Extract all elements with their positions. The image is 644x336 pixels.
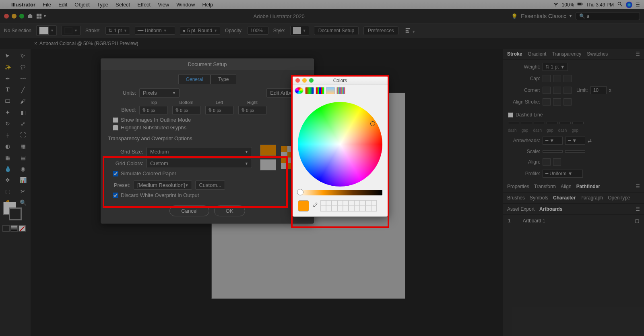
graph-tool[interactable]: 📊 xyxy=(15,174,31,186)
siri-icon[interactable] xyxy=(626,2,632,8)
preset-custom-button[interactable]: Custom... xyxy=(195,180,225,190)
align-center[interactable] xyxy=(543,98,551,106)
menu-object[interactable]: Object xyxy=(74,2,90,8)
tab-paragraph[interactable]: Paragraph xyxy=(580,195,603,201)
cap-round[interactable] xyxy=(553,75,561,82)
fill-stroke-indicator[interactable] xyxy=(3,202,22,220)
minimize-icon[interactable] xyxy=(12,14,17,19)
menu-type[interactable]: Type xyxy=(97,2,108,8)
search-hint-icon[interactable]: 💡 xyxy=(511,13,518,19)
pen-tool[interactable]: ✒ xyxy=(0,73,15,84)
color-mode-gradient[interactable] xyxy=(10,225,18,232)
tab-transform[interactable]: Transform xyxy=(534,184,556,189)
blend-tool[interactable]: ◉ xyxy=(15,163,31,174)
outline-checkbox[interactable] xyxy=(113,117,118,123)
bleed-left-field[interactable]: ⇅ 0 px xyxy=(205,106,233,114)
grid-size-select[interactable]: Medium▼ xyxy=(147,147,252,156)
menubar-app[interactable]: Illustrator xyxy=(11,2,35,8)
dash-2[interactable] xyxy=(534,122,545,124)
stroke-weight-field[interactable]: ⇅ 1 pt ▼ xyxy=(105,27,130,35)
magic-wand-tool[interactable]: ✨ xyxy=(0,62,15,73)
cp-wheel-icon[interactable] xyxy=(295,87,303,94)
selection-tool[interactable] xyxy=(0,50,15,62)
shape-builder-tool[interactable]: ◐ xyxy=(0,141,15,152)
slice-tool[interactable]: ✂ xyxy=(15,186,31,197)
direct-selection-tool[interactable] xyxy=(15,50,31,62)
limit-field[interactable]: 10 xyxy=(590,86,607,94)
stroke-profile-field[interactable]: ━━ Uniform ▼ xyxy=(135,27,175,35)
color-mode-none[interactable] xyxy=(19,225,26,232)
bleed-right-field[interactable]: ⇅ 0 px xyxy=(238,106,266,114)
tab-asset-export[interactable]: Asset Export xyxy=(507,206,535,212)
scale-end[interactable] xyxy=(565,150,585,153)
tab-swatches[interactable]: Swatches xyxy=(587,51,608,57)
cp-minimize-icon[interactable] xyxy=(302,78,307,83)
corner-bevel[interactable] xyxy=(564,87,572,94)
slider-knob[interactable] xyxy=(297,189,303,195)
tab-gradient[interactable]: Gradient xyxy=(528,51,546,57)
shaper-tool[interactable]: ✦ xyxy=(0,107,15,118)
menu-view[interactable]: View xyxy=(158,2,169,8)
cp-eyedropper-icon[interactable] xyxy=(312,202,318,210)
document-setup-button[interactable]: Document Setup xyxy=(314,26,359,35)
cp-palettes-icon[interactable] xyxy=(316,87,324,94)
cp-zoom-icon[interactable] xyxy=(309,78,314,83)
align-inside[interactable] xyxy=(553,98,561,106)
bleed-bottom-field[interactable]: ⇅ 0 px xyxy=(172,106,200,114)
grid-color-1-swatch[interactable] xyxy=(260,145,276,156)
cancel-button[interactable]: Cancel xyxy=(169,205,209,216)
wifi-icon[interactable] xyxy=(553,1,559,8)
search-input[interactable]: 🔍 a xyxy=(576,12,640,20)
corner-miter[interactable] xyxy=(543,87,551,94)
brightness-slider[interactable] xyxy=(298,190,382,195)
line-tool[interactable]: ╱ xyxy=(15,84,31,95)
align-icon[interactable]: ▼ xyxy=(405,27,415,34)
dash-3[interactable] xyxy=(559,122,571,124)
arrange-docs-icon[interactable]: ▼ xyxy=(36,13,47,19)
tab-brushes[interactable]: Brushes xyxy=(507,195,525,201)
grid-color-2-swatch[interactable] xyxy=(260,159,276,170)
gap-1[interactable] xyxy=(521,122,532,124)
panel-menu-icon-2[interactable]: ☰ xyxy=(636,184,640,189)
cp-close-icon[interactable] xyxy=(295,78,300,83)
eraser-tool[interactable]: ◧ xyxy=(15,107,31,118)
units-select[interactable]: Pixels▼ xyxy=(139,88,180,97)
tab-align[interactable]: Align xyxy=(561,184,572,189)
profile-field[interactable]: ━ Uniform ▼ xyxy=(543,170,583,178)
tab-character[interactable]: Character xyxy=(553,195,576,201)
window-controls[interactable] xyxy=(4,14,24,19)
free-transform-tool[interactable]: ⛶ xyxy=(15,129,31,141)
tab-opentype[interactable]: OpenType xyxy=(608,195,630,201)
arrow-align-1[interactable] xyxy=(543,158,551,166)
menu-window[interactable]: Window xyxy=(176,2,195,8)
gradient-tool[interactable]: ▤ xyxy=(15,152,31,163)
tab-symbols[interactable]: Symbols xyxy=(530,195,548,201)
tab-properties[interactable]: Properties xyxy=(507,184,529,189)
spotlight-icon[interactable] xyxy=(617,1,623,8)
cp-sliders-icon[interactable] xyxy=(305,87,314,94)
lasso-tool[interactable] xyxy=(15,62,31,73)
panel-menu-icon-3[interactable]: ☰ xyxy=(636,206,640,212)
dash-1[interactable] xyxy=(508,122,519,124)
weight-field[interactable]: ⇅ 1 pt ▼ xyxy=(543,63,568,71)
style-swatch[interactable]: ▼ xyxy=(290,26,309,35)
align-outside[interactable] xyxy=(564,98,572,106)
stroke-swatch[interactable]: ▼ xyxy=(62,26,80,35)
discard-checkbox[interactable] xyxy=(113,193,118,198)
cp-pencils-icon[interactable] xyxy=(336,87,345,94)
tab-transparency[interactable]: Transparency xyxy=(552,51,581,57)
swatch-grid[interactable] xyxy=(320,200,377,212)
arrow-align-2[interactable] xyxy=(553,158,561,166)
opacity-field[interactable]: 100% › xyxy=(248,27,268,35)
color-mode-solid[interactable] xyxy=(2,225,10,232)
eyedropper-tool[interactable]: 💧 xyxy=(0,163,15,174)
width-tool[interactable]: ⟊ xyxy=(0,129,15,141)
zoom-icon[interactable] xyxy=(19,14,24,19)
panel-menu-icon[interactable]: ☰ xyxy=(636,51,640,57)
brush-field[interactable]: ● 5 pt. Round ▼ xyxy=(180,27,220,35)
cp-image-icon[interactable] xyxy=(326,87,335,94)
ok-button[interactable]: OK xyxy=(214,205,245,216)
menu-edit[interactable]: Edit xyxy=(58,2,67,8)
tab-artboards[interactable]: Artboards xyxy=(539,206,562,212)
rectangle-tool[interactable] xyxy=(0,95,15,107)
